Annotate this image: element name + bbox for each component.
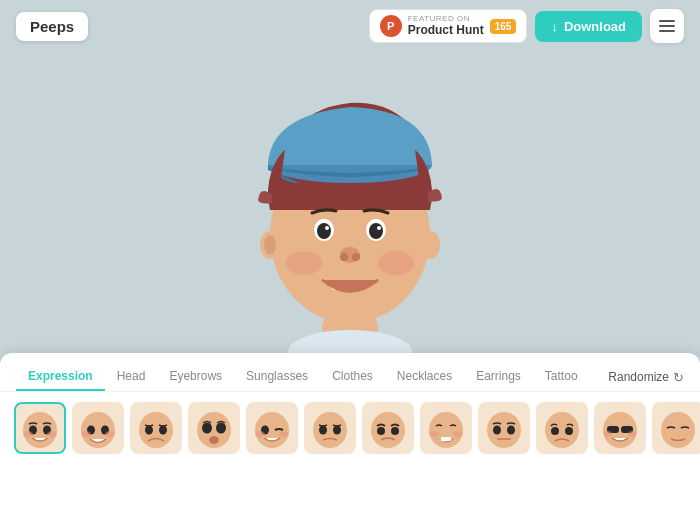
expression-item-5[interactable]: [304, 402, 356, 454]
randomize-label: Randomize: [608, 370, 669, 384]
svg-point-28: [105, 431, 115, 437]
tab-clothes[interactable]: Clothes: [320, 363, 385, 391]
svg-point-34: [216, 423, 226, 434]
svg-point-60: [628, 431, 636, 437]
svg-point-3: [378, 251, 414, 275]
avatar-container: [200, 35, 500, 375]
svg-point-36: [255, 412, 289, 448]
menu-button[interactable]: [650, 9, 684, 43]
svg-point-10: [317, 223, 331, 239]
ph-score: 165: [490, 19, 517, 34]
tab-necklaces[interactable]: Necklaces: [385, 363, 464, 391]
expression-item-4[interactable]: [246, 402, 298, 454]
svg-rect-47: [441, 437, 451, 441]
bottom-panel: Expression Head Eyebrows Sunglasses Clot…: [0, 353, 700, 513]
svg-point-44: [377, 427, 385, 435]
header: Peeps P FEATURED ON Product Hunt 165 ↓ D…: [0, 0, 700, 52]
svg-point-2: [286, 251, 322, 275]
ph-name: Product Hunt: [408, 24, 484, 37]
svg-point-6: [420, 231, 440, 259]
tab-head[interactable]: Head: [105, 363, 158, 391]
tab-eyebrows[interactable]: Eyebrows: [157, 363, 234, 391]
svg-point-51: [493, 426, 501, 435]
svg-point-50: [487, 412, 521, 448]
download-icon: ↓: [551, 19, 558, 34]
download-label: Download: [564, 19, 626, 34]
expression-item-8[interactable]: [478, 402, 530, 454]
expression-item-3[interactable]: [188, 402, 240, 454]
avatar-area: [0, 0, 700, 390]
logo-button[interactable]: Peeps: [16, 12, 88, 41]
svg-point-61: [661, 412, 695, 448]
ph-icon: P: [380, 15, 402, 37]
expression-item-10[interactable]: [594, 402, 646, 454]
svg-point-30: [145, 426, 153, 435]
svg-point-45: [391, 427, 399, 435]
svg-point-22: [23, 431, 33, 437]
svg-point-11: [369, 223, 383, 239]
svg-point-27: [81, 431, 91, 437]
product-hunt-button[interactable]: P FEATURED ON Product Hunt 165: [369, 9, 528, 43]
svg-point-38: [255, 431, 265, 437]
svg-point-48: [429, 431, 439, 437]
svg-point-29: [139, 412, 173, 448]
tab-tattoo[interactable]: Tattoo: [533, 363, 590, 391]
tab-sunglasses[interactable]: Sunglasses: [234, 363, 320, 391]
tab-earrings[interactable]: Earrings: [464, 363, 533, 391]
expression-grid: [0, 392, 700, 464]
download-button[interactable]: ↓ Download: [535, 11, 642, 42]
expression-item-0[interactable]: [14, 402, 66, 454]
refresh-icon: ↻: [673, 370, 684, 385]
ph-text: FEATURED ON Product Hunt: [408, 15, 484, 37]
expression-item-6[interactable]: [362, 402, 414, 454]
expression-item-11[interactable]: [652, 402, 700, 454]
menu-icon: [659, 20, 675, 32]
svg-point-31: [159, 426, 167, 435]
svg-point-15: [340, 253, 348, 261]
expression-item-7[interactable]: [420, 402, 472, 454]
svg-point-49: [453, 431, 463, 437]
svg-point-39: [279, 431, 289, 437]
svg-point-53: [545, 412, 579, 448]
expression-item-2[interactable]: [130, 402, 182, 454]
tab-expression[interactable]: Expression: [16, 363, 105, 391]
svg-point-55: [565, 427, 573, 435]
svg-point-23: [47, 431, 57, 437]
header-right: P FEATURED ON Product Hunt 165 ↓ Downloa…: [369, 9, 684, 43]
svg-point-13: [377, 226, 381, 230]
svg-point-54: [551, 427, 559, 435]
svg-point-33: [202, 423, 212, 434]
svg-point-35: [209, 436, 219, 444]
svg-point-7: [264, 235, 276, 255]
expression-item-1[interactable]: [72, 402, 124, 454]
svg-point-41: [319, 426, 327, 435]
svg-point-16: [352, 253, 360, 261]
svg-point-46: [429, 412, 463, 448]
svg-point-12: [325, 226, 329, 230]
svg-point-42: [333, 426, 341, 435]
svg-point-52: [507, 426, 515, 435]
svg-point-19: [23, 412, 57, 448]
tabs-container: Expression Head Eyebrows Sunglasses Clot…: [0, 353, 700, 392]
svg-point-43: [371, 412, 405, 448]
svg-point-40: [313, 412, 347, 448]
expression-item-9[interactable]: [536, 402, 588, 454]
svg-point-59: [604, 431, 612, 437]
randomize-button[interactable]: Randomize ↻: [608, 364, 684, 391]
